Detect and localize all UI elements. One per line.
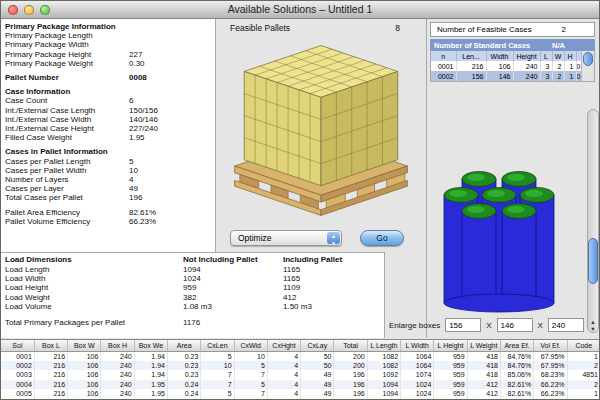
solutions-cell: 0.24 [167,380,200,390]
solutions-cell: 240 [101,351,134,361]
solutions-row[interactable]: 00032161062401.940.237744919610921074959… [1,370,600,380]
info-value: 227/240 [129,124,158,133]
load-dim-label: Load Volume [5,302,183,311]
info-row: Filled Case Weight1.95 [5,133,213,142]
pallet-3d-view[interactable] [223,34,419,226]
info-row: Int./External Case Width140/146 [5,115,213,124]
info-value: 4 [129,175,133,184]
case-table-column-header[interactable]: W [552,51,564,61]
case-table-column-header[interactable]: Height [513,51,540,61]
case-table-cell: 2 [552,71,564,81]
load-dim-value-incl-pallet: 1165 [283,274,383,283]
info-label: Filled Case Weight [5,133,129,142]
app-window: Available Solutions – Untitled 1 Primary… [0,0,600,400]
info-label: Case Count [5,96,129,105]
info-section-heading: Case Information [5,87,213,96]
solutions-row[interactable]: 00012161062401.940.235104502001082106495… [1,351,600,361]
load-dim-value-incl-pallet: 1.50 m3 [283,302,383,311]
solutions-cell: 4 [267,389,300,399]
info-value: 140/146 [129,115,158,124]
solutions-cell: 7 [234,389,267,399]
info-row: Int./External Case Length150/156 [5,106,213,115]
solutions-column-header[interactable]: L Height [434,340,467,351]
case-table-column-header[interactable]: n [431,51,456,61]
solutions-column-header[interactable]: Sol [1,340,34,351]
minimize-button[interactable] [24,5,34,15]
solutions-cell: 50 [301,361,334,371]
solutions-cell: 959 [434,389,467,399]
solutions-cell: 1092 [367,370,400,380]
solutions-cell: 959 [434,361,467,371]
solutions-cell: 1024 [401,389,434,399]
solutions-column-header[interactable]: Box L [34,340,67,351]
solutions-column-header[interactable]: Box H [101,340,134,351]
standard-cases-label: Number of Standard Cases [434,41,530,50]
solutions-column-header[interactable]: CxHght [267,340,300,351]
solutions-cell: 4 [267,380,300,390]
solutions-column-header[interactable]: CxLen [201,340,234,351]
load-dimensions-panel: Load Dimensions Not Including Pallet Inc… [1,252,385,338]
solutions-column-header[interactable]: CxLay [301,340,334,351]
solutions-row[interactable]: 00042161062401.950.247544919610941024959… [1,380,600,390]
title-bar[interactable]: Available Solutions – Untitled 1 [1,1,599,19]
solutions-row[interactable]: 00022161062401.940.231054502001082106495… [1,361,600,371]
load-dim-value-excl-pallet: 1024 [183,274,283,283]
enlarge-length-field[interactable] [445,318,481,332]
case-table-cell: 1 [564,71,576,81]
case-table-row[interactable]: 00012161062403210 [431,61,583,71]
case-table-row[interactable]: 00021561462403210 [431,71,583,81]
panel-scrollbar[interactable]: ▲▼ [587,109,599,333]
solutions-column-header[interactable]: Area [167,340,200,351]
enlarge-height-field[interactable] [548,318,584,332]
solutions-column-header[interactable]: L Width [401,340,434,351]
zoom-button[interactable] [40,5,50,15]
solutions-cell: 0002 [1,361,34,371]
panel-scroll-thumb[interactable] [588,238,598,284]
solutions-column-header[interactable]: Code [567,340,600,351]
solutions-cell: 196 [334,380,367,390]
solutions-cell: 200 [334,351,367,361]
case-table-column-header[interactable]: L [540,51,552,61]
case-table-header-row: nLen...WidthHeightLWH [431,51,583,61]
optimize-dropdown[interactable]: Optimize ▲▼ [230,230,342,246]
solutions-cell: 216 [34,351,67,361]
solutions-column-header[interactable]: CxWid [234,340,267,351]
info-row: Primary Package Length [5,31,213,40]
solutions-cell: 4 [267,370,300,380]
solutions-cell: 2 [567,361,600,371]
solutions-cell: 68.23% [534,370,567,380]
solutions-column-header[interactable]: Total [334,340,367,351]
load-dim-value-excl-pallet: 1094 [183,265,283,274]
solutions-column-header[interactable]: L Length [367,340,400,351]
solutions-column-header[interactable]: Box We [134,340,167,351]
solutions-column-header[interactable]: Vol Ef. [534,340,567,351]
go-button[interactable]: Go [360,230,404,246]
solutions-column-header[interactable]: Box W [68,340,101,351]
case-table-column-header[interactable]: Len... [456,51,486,61]
solutions-cell: 49 [301,389,334,399]
case-solutions-panel: Number of Feasible Cases 2 Number of Sta… [426,19,600,338]
solutions-cell: 216 [34,361,67,371]
solutions-column-header[interactable]: L Weight [467,340,500,351]
case-table-scroll-thumb[interactable] [583,52,593,66]
info-value: 150/156 [129,106,158,115]
solutions-cell: 1.95 [134,389,167,399]
solutions-column-header[interactable]: Area Ef. [500,340,533,351]
solutions-cell: 1.94 [134,351,167,361]
case-table-cell: 0002 [431,71,456,81]
solutions-cell: 196 [334,389,367,399]
enlarge-width-field[interactable] [497,318,533,332]
close-button[interactable] [8,5,18,15]
solutions-cell: 49 [301,370,334,380]
solutions-row[interactable]: 00052161062401.950.245744919610941024959… [1,389,600,399]
case-table-column-header[interactable]: Width [486,51,513,61]
info-row: Int./External Case Height227/240 [5,124,213,133]
scroll-arrow-buttons[interactable]: ▲▼ [588,319,598,332]
info-label: Cases per Layer [5,184,129,193]
solutions-cell: 1024 [401,380,434,390]
enlarge-boxes-label: Enlarge boxes [389,321,440,330]
case-table-scrollbar[interactable] [581,51,594,81]
solutions-cell: 216 [34,380,67,390]
case-table-column-header[interactable]: H [564,51,576,61]
solutions-table-container: SolBox LBox WBox HBox WeAreaCxLenCxWidCx… [1,339,600,400]
